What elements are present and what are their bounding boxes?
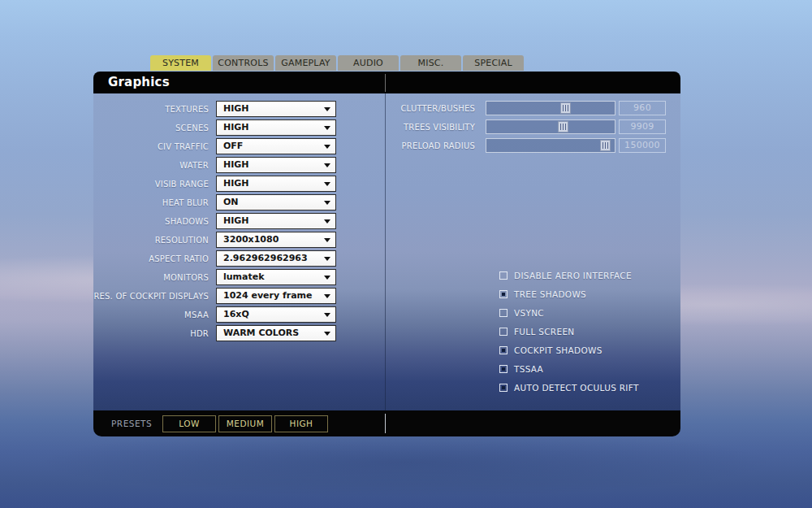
slider-handle[interactable]: [558, 121, 568, 132]
checkbox-icon[interactable]: [499, 328, 508, 336]
chevron-down-icon: [324, 145, 330, 149]
chevron-down-icon: [324, 107, 330, 111]
checkbox-icon[interactable]: [499, 290, 508, 298]
checkbox-label: TREE SHADOWS: [514, 289, 586, 299]
slider-handle[interactable]: [560, 102, 571, 114]
setting-label: CIV TRAFFIC: [93, 142, 209, 151]
options-tab[interactable]: AUDIO: [338, 55, 399, 71]
setting-row: MSAA 16xQ: [93, 306, 336, 323]
preset-button[interactable]: HIGH: [274, 415, 328, 432]
slider-value-field[interactable]: 960: [619, 101, 666, 115]
chevron-down-icon: [324, 276, 330, 280]
setting-row: RESOLUTION 3200x1080: [93, 232, 336, 248]
dropdown-selected-value: HIGH: [217, 120, 335, 135]
slider-track[interactable]: [486, 138, 615, 153]
setting-label: RES. OF COCKPIT DISPLAYS: [93, 292, 209, 301]
slider-label: TREES VISIBILITY: [390, 123, 475, 132]
setting-dropdown[interactable]: WARM COLORS: [216, 325, 336, 341]
slider-row: CLUTTER/BUSHES 960: [390, 101, 666, 115]
setting-label: TEXTURES: [93, 105, 209, 114]
setting-label: WATER: [93, 161, 209, 170]
options-tab[interactable]: SPECIAL: [463, 55, 524, 71]
setting-row: SHADOWS HIGH: [93, 213, 336, 229]
setting-label: VISIB RANGE: [93, 180, 209, 189]
setting-dropdown[interactable]: lumatek: [216, 269, 336, 285]
options-tab[interactable]: CONTROLS: [213, 55, 274, 71]
slider-value-field[interactable]: 9909: [619, 119, 666, 134]
slider-handle[interactable]: [600, 140, 611, 151]
header-divider: [385, 74, 386, 92]
setting-row: HDR WARM COLORS: [93, 325, 336, 341]
chevron-down-icon: [324, 332, 330, 336]
setting-dropdown[interactable]: HIGH: [216, 119, 336, 136]
checkbox-row[interactable]: VSYNC: [499, 303, 639, 322]
setting-label: HDR: [93, 329, 209, 338]
setting-dropdown[interactable]: HIGH: [216, 157, 336, 173]
setting-row: MONITORS lumatek: [93, 269, 336, 285]
slider-label: CLUTTER/BUSHES: [390, 104, 475, 113]
checkbox-label: DISABLE AERO INTERFACE: [514, 271, 632, 280]
setting-label: SCENES: [93, 124, 209, 132]
checkbox-row[interactable]: TREE SHADOWS: [499, 284, 639, 303]
checkbox-icon[interactable]: [499, 346, 508, 354]
preset-button[interactable]: LOW: [162, 415, 216, 432]
column-divider: [385, 93, 386, 410]
options-tab[interactable]: GAMEPLAY: [275, 55, 336, 71]
checkbox-row[interactable]: FULL SCREEN: [499, 322, 639, 341]
setting-dropdown[interactable]: 16xQ: [216, 306, 336, 323]
setting-label: HEAT BLUR: [93, 198, 209, 207]
dropdown-selected-value: HIGH: [217, 176, 335, 191]
tab-label: CONTROLS: [218, 58, 268, 68]
setting-row: RES. OF COCKPIT DISPLAYS 1024 every fram…: [93, 288, 336, 304]
dropdown-selected-value: WARM COLORS: [217, 326, 335, 341]
chevron-down-icon: [324, 219, 330, 224]
setting-row: VISIB RANGE HIGH: [93, 176, 336, 192]
dropdown-selected-value: HIGH: [217, 158, 335, 172]
dropdown-selected-value: 3200x1080: [217, 232, 335, 247]
setting-dropdown[interactable]: 3200x1080: [216, 232, 336, 248]
checkbox-row[interactable]: TSSAA: [499, 359, 639, 378]
presets-label: PRESETS: [111, 419, 162, 428]
chevron-down-icon: [324, 257, 330, 261]
checkbox-icon[interactable]: [499, 384, 508, 392]
slider-track[interactable]: [486, 119, 615, 134]
dropdown-selected-value: ON: [217, 195, 335, 210]
setting-dropdown[interactable]: 1024 every frame: [216, 288, 336, 304]
dialog-body: TEXTURES HIGH SCENES HIGH CIV TRAFFI: [93, 93, 680, 410]
footer-divider: [385, 414, 386, 433]
tab-label: SPECIAL: [474, 58, 512, 68]
setting-label: MONITORS: [93, 273, 209, 282]
setting-dropdown[interactable]: 2.962962962963: [216, 250, 336, 267]
setting-dropdown[interactable]: HIGH: [216, 213, 336, 229]
checkbox-label: AUTO DETECT OCULUS RIFT: [514, 383, 639, 393]
chevron-down-icon: [324, 238, 330, 242]
setting-label: MSAA: [93, 310, 209, 319]
chevron-down-icon: [324, 163, 330, 167]
preset-button[interactable]: MEDIUM: [218, 415, 272, 432]
setting-dropdown[interactable]: ON: [216, 194, 336, 211]
checkbox-row[interactable]: DISABLE AERO INTERFACE: [499, 266, 639, 284]
checkbox-row[interactable]: AUTO DETECT OCULUS RIFT: [499, 378, 639, 397]
setting-dropdown[interactable]: HIGH: [216, 101, 336, 117]
options-tab[interactable]: SYSTEM: [150, 55, 211, 71]
tab-label: AUDIO: [353, 58, 383, 68]
slider-track[interactable]: [486, 101, 615, 115]
checkbox-icon[interactable]: [499, 365, 508, 373]
graphics-dialog: Graphics TEXTURES HIGH SCENES HIGH: [93, 72, 680, 436]
tab-label: GAMEPLAY: [281, 58, 330, 68]
setting-dropdown[interactable]: HIGH: [216, 176, 336, 192]
checkbox-label: TSSAA: [514, 364, 543, 374]
checkbox-settings-column: DISABLE AERO INTERFACE TREE SHADOWS VSYN…: [499, 266, 639, 397]
checkbox-label: VSYNC: [514, 308, 544, 318]
dialog-header: Graphics: [93, 72, 680, 93]
checkbox-icon[interactable]: [499, 309, 508, 317]
slider-label: PRELOAD RADIUS: [390, 141, 475, 150]
checkbox-label: FULL SCREEN: [514, 327, 574, 336]
checkbox-row[interactable]: COCKPIT SHADOWS: [499, 341, 639, 359]
setting-row: ASPECT RATIO 2.962962962963: [93, 250, 336, 267]
setting-dropdown[interactable]: OFF: [216, 138, 336, 154]
slider-row: TREES VISIBILITY 9909: [390, 119, 666, 134]
checkbox-icon[interactable]: [499, 271, 508, 280]
options-tab[interactable]: MISC.: [400, 55, 461, 71]
slider-value-field[interactable]: 150000: [619, 138, 666, 153]
